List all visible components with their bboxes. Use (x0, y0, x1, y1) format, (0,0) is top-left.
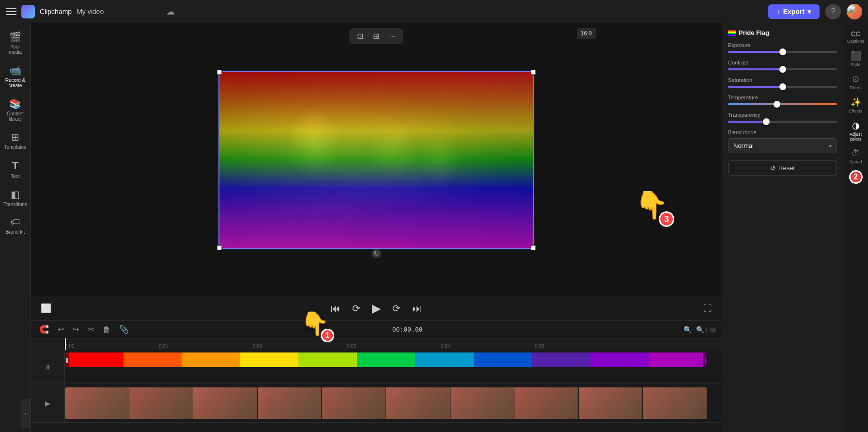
reset-button[interactable]: ↺ Reset (728, 160, 837, 176)
sidebar-item-label: Templates (4, 144, 27, 150)
effects-icon: ✨ (851, 97, 861, 108)
zoom-in-button[interactable]: 🔍+ (696, 326, 708, 334)
transparency-slider-track[interactable] (728, 121, 837, 123)
handle-bottom-right[interactable] (531, 245, 536, 250)
crop-button[interactable]: ⊡ (354, 30, 366, 42)
strip-item-adjust-colors[interactable]: ◑ Adjustcolors (845, 117, 867, 144)
zoom-out-button[interactable]: 🔍- (683, 326, 694, 334)
blend-mode-select[interactable]: Normal ▾ (728, 138, 837, 153)
play-pause-button[interactable]: ▶ (368, 300, 385, 317)
handle-top-right[interactable] (531, 70, 536, 75)
delete-button[interactable]: 🗑 (100, 324, 113, 336)
pride-flag-icon (728, 30, 736, 36)
track-handle-left[interactable]: ‖ (65, 352, 69, 367)
video-thumb-6 (386, 387, 450, 419)
handle-top-left[interactable] (217, 70, 222, 75)
templates-icon: ⊞ (11, 131, 19, 143)
skip-to-end-button[interactable]: ⏭ (408, 301, 426, 316)
help-button[interactable]: ? (825, 4, 841, 19)
cloud-sync-icon: ☁ (166, 6, 175, 17)
annotation-badge-2: 2 (849, 170, 863, 184)
rewind-button[interactable]: ⟳ (348, 301, 364, 316)
timeline-ruler: 0:00 0:01 0:02 0:03 0:04 0:05 (31, 338, 722, 350)
sidebar-item-templates[interactable]: ⊞ Templates (2, 128, 29, 154)
ruler-mark-3: 0:03 (347, 344, 356, 349)
sidebar-item-content-library[interactable]: 📚 Contentlibrary (2, 94, 29, 126)
reset-icon: ↺ (770, 164, 775, 172)
contrast-slider-thumb[interactable] (779, 66, 786, 73)
exposure-slider-thumb[interactable] (779, 48, 786, 55)
strip-item-captions[interactable]: CC Captions (845, 27, 867, 47)
zoom-controls: 🔍- 🔍+ ⊞ (683, 326, 716, 334)
track-handle-right[interactable]: ‖ (703, 352, 707, 367)
video-thumb-3 (193, 387, 258, 419)
fade-icon: ⬛ (851, 50, 861, 61)
panel-title-text: Pride Flag (739, 29, 769, 36)
handle-bottom-left[interactable] (217, 245, 222, 250)
temperature-slider-track[interactable] (728, 103, 837, 105)
resize-button[interactable]: ⊞ (370, 30, 382, 42)
saturation-slider-thumb[interactable] (779, 83, 786, 90)
right-panel-content: Pride Flag Exposure Contrast S (722, 23, 843, 432)
strip-item-filters[interactable]: ⊙ Filters (845, 71, 867, 93)
track-content-rainbow[interactable]: ‖ (65, 350, 722, 384)
avatar[interactable] (847, 4, 862, 19)
sidebar-item-transitions[interactable]: ◧ Transitions (2, 185, 29, 211)
strip-item-fade[interactable]: ⬛ Fade (845, 48, 867, 70)
ruler-mark-4: 0:04 (441, 344, 450, 349)
app-logo (21, 5, 35, 18)
export-dropdown-icon: ▾ (807, 8, 811, 16)
strip-item-effects[interactable]: ✨ Effects (845, 94, 867, 116)
more-options-button[interactable]: ··· (386, 31, 398, 42)
webcam-button[interactable]: ⬜ (41, 303, 51, 314)
cut-button[interactable]: ✂ (85, 323, 96, 336)
strip-item-speed[interactable]: ⏱ Speed (845, 145, 867, 167)
video-strip (65, 387, 707, 419)
contrast-slider-track[interactable] (728, 68, 837, 70)
your-media-icon: 🎬 (9, 31, 21, 43)
exposure-control: Exposure (728, 42, 837, 53)
contrast-control: Contrast (728, 60, 837, 70)
fast-forward-button[interactable]: ⟳ (388, 301, 404, 316)
strip-item-speed-label: Speed (849, 160, 862, 164)
filters-icon: ⊙ (852, 74, 859, 84)
fullscreen-button[interactable]: ⛶ (703, 304, 712, 314)
video-thumb-9 (579, 387, 643, 419)
temperature-label: Temperature (728, 95, 837, 100)
ruler-mark-1: 0:01 (159, 344, 168, 349)
undo-button[interactable]: ↩ (55, 323, 66, 336)
save-clip-button[interactable]: 📎 (117, 323, 131, 336)
sidebar-item-record-create[interactable]: 📹 Record &create (2, 61, 29, 92)
timeline-playhead[interactable] (65, 338, 66, 350)
strip-item-filters-label: Filters (850, 85, 862, 90)
strip-item-effects-label: Effects (849, 109, 862, 113)
track-content-video[interactable] (65, 384, 722, 422)
saturation-label: Saturation (728, 77, 837, 83)
temperature-slider-thumb[interactable] (774, 101, 780, 108)
track-label-rainbow: ⏸ (31, 350, 65, 384)
sidebar-collapse-button[interactable]: ‹ (21, 399, 31, 428)
rotation-handle[interactable]: ↻ (372, 249, 381, 258)
sidebar-item-brand-kit[interactable]: 🏷 Brand kit (2, 213, 29, 239)
exposure-slider-track[interactable] (728, 51, 837, 53)
track-row-video: ▶ (31, 384, 722, 423)
saturation-slider-track[interactable] (728, 86, 837, 88)
track-row-rainbow: ⏸ ‖ (31, 350, 722, 384)
skip-to-start-button[interactable]: ⏮ (327, 301, 344, 316)
video-thumb-8 (514, 387, 579, 419)
redo-button[interactable]: ↪ (70, 323, 81, 336)
video-thumb-1 (65, 387, 129, 419)
sidebar-item-text[interactable]: T Text (2, 156, 29, 183)
fit-button[interactable]: ⊞ (710, 326, 716, 334)
export-button[interactable]: ↑ Export ▾ (768, 4, 820, 19)
hamburger-menu[interactable] (6, 6, 16, 17)
reset-label: Reset (778, 164, 795, 172)
sidebar-item-label: Brand kit (6, 229, 25, 235)
saturation-control: Saturation (728, 77, 837, 88)
timeline-tracks: ⏸ ‖ (31, 350, 722, 432)
transparency-slider-thumb[interactable] (763, 118, 770, 125)
record-create-icon: 📹 (9, 64, 21, 76)
sidebar-item-your-media[interactable]: 🎬 Your media (2, 27, 29, 59)
video-title-input[interactable] (77, 8, 161, 16)
magnet-snap-button[interactable]: 🧲 (37, 323, 51, 336)
